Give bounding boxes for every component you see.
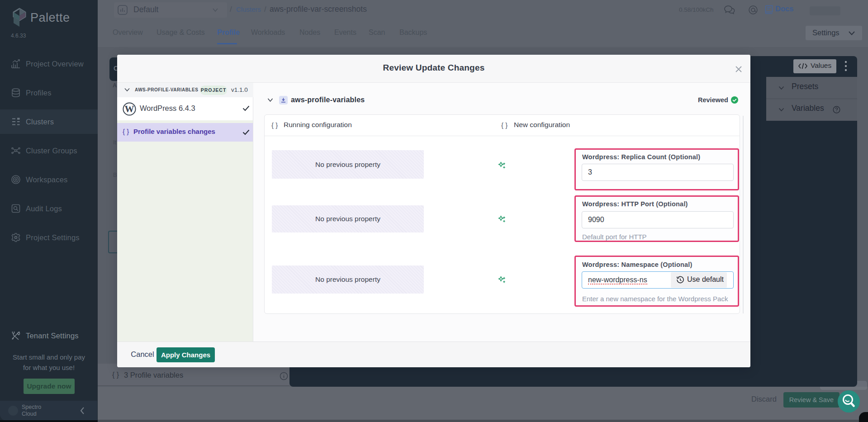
svg-text:W: W: [125, 104, 134, 114]
